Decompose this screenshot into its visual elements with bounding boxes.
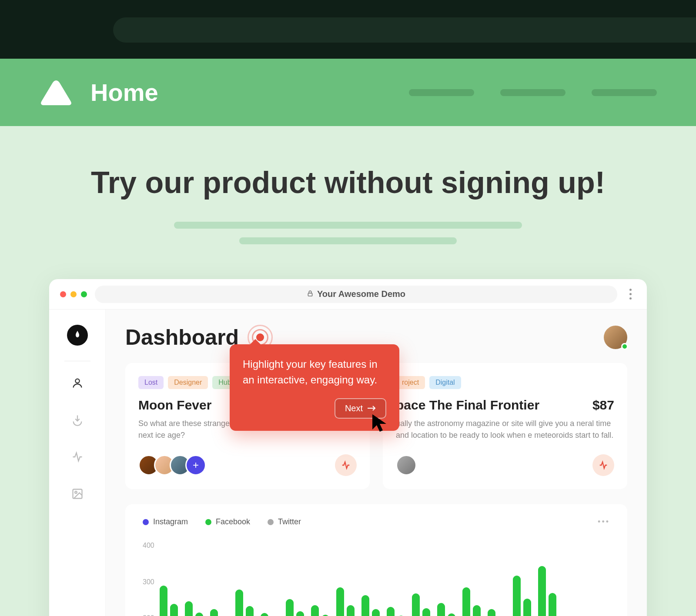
legend-label: Twitter xyxy=(278,517,301,526)
more-menu-icon[interactable] xyxy=(625,289,636,300)
bar[interactable] xyxy=(195,613,203,616)
bar[interactable] xyxy=(361,595,369,616)
legend-item[interactable]: Instagram xyxy=(143,517,188,526)
bar-group xyxy=(412,593,430,616)
nav-link-placeholder[interactable] xyxy=(592,89,657,96)
bar[interactable] xyxy=(538,566,546,616)
tag[interactable]: Designer xyxy=(168,376,208,389)
bar-group xyxy=(235,589,254,616)
bar[interactable] xyxy=(336,587,344,616)
bar-group xyxy=(160,586,178,616)
activity-icon[interactable] xyxy=(71,450,84,463)
next-button-label: Next xyxy=(345,403,363,413)
user-icon[interactable] xyxy=(71,376,84,390)
bar[interactable] xyxy=(437,603,445,616)
bar[interactable] xyxy=(448,613,455,616)
activity-button[interactable] xyxy=(592,454,614,476)
bar[interactable] xyxy=(160,586,167,616)
project-card[interactable]: roject Digital pace The Final Frontier $… xyxy=(383,363,627,489)
bar[interactable] xyxy=(549,593,556,616)
bar-group xyxy=(210,609,228,616)
bar[interactable] xyxy=(296,611,304,616)
demo-sidebar xyxy=(49,310,106,616)
user-avatar[interactable] xyxy=(604,326,627,349)
svg-point-1 xyxy=(75,379,79,383)
chart-bars xyxy=(160,542,610,616)
y-tick: 300 xyxy=(143,578,154,586)
avatar-group xyxy=(396,455,417,476)
bar[interactable] xyxy=(261,613,268,616)
chart-more-icon[interactable]: ••• xyxy=(598,517,610,526)
add-member-button[interactable]: + xyxy=(185,455,206,476)
outer-url-bar[interactable] xyxy=(113,17,696,43)
window-maximize-icon[interactable] xyxy=(81,291,87,297)
bar[interactable] xyxy=(311,605,319,616)
hero-title: Try our product without signing up! xyxy=(0,165,696,200)
logo-icon[interactable] xyxy=(39,78,73,107)
page-header: Home xyxy=(0,59,696,126)
sidebar-divider xyxy=(64,361,90,361)
bar-group xyxy=(311,605,329,616)
bar[interactable] xyxy=(286,599,294,616)
bar[interactable] xyxy=(462,587,470,616)
tag[interactable]: Digital xyxy=(429,376,461,389)
bar[interactable] xyxy=(473,605,481,616)
bar[interactable] xyxy=(246,606,254,616)
avatar[interactable] xyxy=(396,455,417,476)
bar-group xyxy=(437,603,455,616)
chart-legend: Instagram Facebook Twitter ••• xyxy=(143,517,610,526)
bar[interactable] xyxy=(210,609,218,616)
legend-label: Facebook xyxy=(216,517,250,526)
bar-group xyxy=(513,576,531,616)
outer-browser-bar xyxy=(0,0,696,59)
legend-color-icon xyxy=(205,519,211,525)
svg-point-3 xyxy=(75,491,77,493)
bar[interactable] xyxy=(235,589,243,616)
demo-url-bar[interactable]: Your Awesome Demo xyxy=(95,286,617,303)
image-icon[interactable] xyxy=(71,487,84,500)
bar[interactable] xyxy=(347,605,355,616)
tour-tooltip: Highlight your key features in an intera… xyxy=(230,344,399,431)
svg-rect-0 xyxy=(308,293,312,296)
hero-subtitle-placeholder xyxy=(174,222,522,229)
bar-group xyxy=(387,607,405,616)
app-logo-icon[interactable] xyxy=(67,325,88,346)
demo-titlebar: Your Awesome Demo xyxy=(49,279,647,310)
nav-link-placeholder[interactable] xyxy=(500,89,566,96)
nav-home[interactable]: Home xyxy=(90,78,158,107)
tag-list: roject Digital xyxy=(396,376,614,389)
download-icon[interactable] xyxy=(71,413,84,426)
activity-button[interactable] xyxy=(335,454,357,476)
window-minimize-icon[interactable] xyxy=(70,291,77,297)
card-title: Moon Fever xyxy=(138,398,211,413)
tag[interactable]: roject xyxy=(396,376,425,389)
bar-group xyxy=(538,566,556,616)
bar-group xyxy=(336,587,355,616)
bar[interactable] xyxy=(488,609,495,616)
bar[interactable] xyxy=(412,593,420,616)
bar[interactable] xyxy=(170,604,178,616)
bar[interactable] xyxy=(387,607,395,616)
bar[interactable] xyxy=(513,576,521,616)
bar-group xyxy=(462,587,481,616)
bar[interactable] xyxy=(185,601,193,616)
bar-group xyxy=(185,601,203,616)
card-title: pace The Final Frontier xyxy=(396,398,539,413)
bar[interactable] xyxy=(422,608,430,616)
legend-color-icon xyxy=(268,519,274,525)
status-badge xyxy=(621,343,628,350)
demo-main: Dashboard Highlight your key features in… xyxy=(106,310,647,616)
demo-url-text: Your Awesome Demo xyxy=(317,289,405,299)
y-tick: 400 xyxy=(143,542,154,549)
bar-group xyxy=(261,613,279,616)
legend-item[interactable]: Twitter xyxy=(268,517,301,526)
card-price: $87 xyxy=(592,398,614,413)
hero-section: Try our product without signing up! xyxy=(0,126,696,279)
tag[interactable]: Lost xyxy=(138,376,164,389)
window-close-icon[interactable] xyxy=(60,291,66,297)
bar[interactable] xyxy=(523,599,531,616)
bar[interactable] xyxy=(372,609,380,616)
hero-subtitle-placeholder xyxy=(239,237,457,244)
nav-link-placeholder[interactable] xyxy=(409,89,474,96)
legend-item[interactable]: Facebook xyxy=(205,517,250,526)
